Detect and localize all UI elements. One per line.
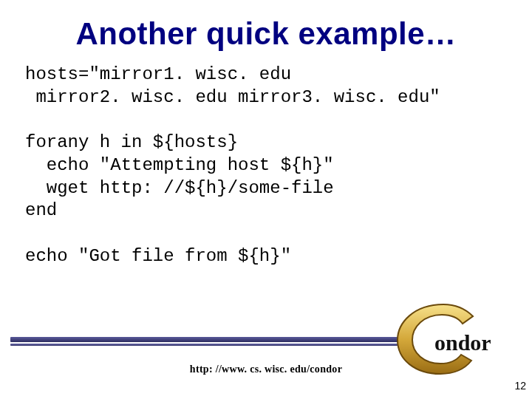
divider-thick — [10, 337, 399, 342]
logo-text: ondor — [434, 330, 491, 355]
page-number: 12 — [514, 380, 526, 392]
footer-url: http: //www. cs. wisc. edu/condor — [0, 364, 532, 375]
slide: Another quick example… hosts="mirror1. w… — [0, 0, 532, 399]
code-line: hosts="mirror1. wisc. edu — [25, 64, 291, 84]
code-line: echo "Got file from ${h}" — [25, 246, 291, 266]
code-line: end — [25, 200, 57, 220]
code-line: echo "Attempting host ${h}" — [25, 155, 334, 175]
code-line: mirror2. wisc. edu mirror3. wisc. edu" — [25, 87, 440, 107]
divider-thin — [10, 344, 399, 346]
code-block: hosts="mirror1. wisc. edu mirror2. wisc.… — [0, 64, 532, 267]
divider — [10, 337, 399, 347]
code-line: wget http: //${h}/some-file — [25, 178, 334, 198]
code-line: forany h in ${hosts} — [25, 132, 238, 152]
slide-title: Another quick example… — [0, 0, 532, 59]
